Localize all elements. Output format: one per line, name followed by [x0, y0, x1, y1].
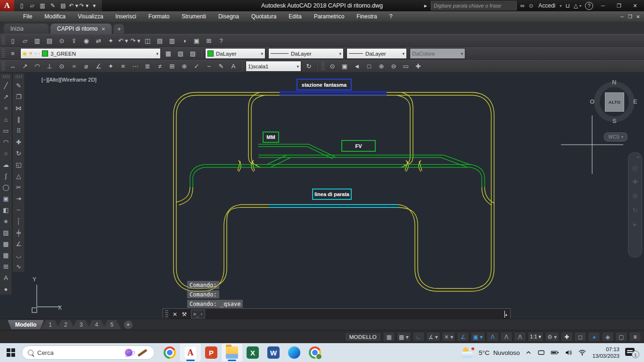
- copy-icon[interactable]: ❐: [13, 91, 25, 102]
- toolbar-grip[interactable]: [1, 62, 5, 71]
- viewcube-south[interactable]: S: [612, 117, 617, 124]
- graphics-performance-icon[interactable]: ◕: [588, 332, 600, 342]
- autocad-icon[interactable]: A: [180, 344, 201, 362]
- layout-tab-1[interactable]: 1: [41, 320, 59, 329]
- extend-icon[interactable]: ⇥: [13, 193, 25, 204]
- help-icon[interactable]: ?: [585, 2, 593, 10]
- point-style-icon[interactable]: ●: [0, 283, 12, 295]
- circle-icon[interactable]: ○: [0, 148, 12, 159]
- menu-visualizza[interactable]: Visualizza: [72, 11, 109, 22]
- dim-ordinate-icon[interactable]: ⊥: [44, 61, 55, 72]
- command-bar-grip[interactable]: [165, 310, 168, 318]
- menu-parametrico[interactable]: Parametrico: [308, 11, 351, 22]
- layers-panel-icon[interactable]: ▤: [154, 35, 165, 46]
- chrome-profile-icon[interactable]: [305, 344, 325, 362]
- trim-icon[interactable]: ✂: [13, 181, 25, 193]
- layout-tab-5[interactable]: 5: [103, 320, 121, 329]
- dim-angular-icon[interactable]: ∠: [93, 61, 104, 72]
- doc-close-icon[interactable]: ✕: [634, 14, 642, 19]
- workspace-settings-icon[interactable]: ⚙ ▾: [545, 332, 559, 342]
- zoom-realtime-icon[interactable]: ⊙: [327, 61, 338, 72]
- redo-icon[interactable]: ↷ ▾: [130, 35, 141, 46]
- etransmit-icon[interactable]: ⇄: [93, 35, 104, 46]
- layer-manager-icon[interactable]: ▨: [187, 48, 198, 59]
- zoom-extents-icon[interactable]: ✚: [413, 61, 424, 72]
- restore-button[interactable]: ❐: [613, 1, 625, 10]
- toolbar-grip[interactable]: [3, 75, 9, 78]
- chrome-icon[interactable]: [159, 344, 180, 362]
- annotation-scale-value[interactable]: 1:1 ▾: [528, 332, 544, 342]
- new-layout-button[interactable]: +: [124, 321, 132, 329]
- app-store-icon[interactable]: ⊔: [565, 2, 570, 9]
- plot-icon[interactable]: ▤: [44, 35, 55, 46]
- powerpoint-icon[interactable]: P: [201, 344, 222, 362]
- render-icon[interactable]: ◑: [179, 35, 190, 46]
- battery-icon[interactable]: [551, 349, 559, 356]
- zoom-object-icon[interactable]: □: [363, 61, 375, 72]
- viewcube-west[interactable]: O: [590, 98, 594, 105]
- command-input[interactable]: [207, 310, 503, 319]
- zoom-in-icon[interactable]: ⊕: [376, 61, 387, 72]
- label-mm[interactable]: MM: [263, 132, 279, 143]
- label-fv[interactable]: FV: [341, 140, 376, 152]
- table-icon[interactable]: ⊞: [0, 261, 12, 272]
- mirror-icon[interactable]: ⋈: [13, 102, 25, 114]
- save-icon[interactable]: ▥: [32, 35, 43, 46]
- menu-strumenti[interactable]: Strumenti: [176, 11, 212, 22]
- dim-edit-icon[interactable]: ✎: [215, 61, 227, 72]
- dim-jogged-icon[interactable]: ≈: [68, 61, 80, 72]
- help-icon[interactable]: ?: [215, 35, 227, 46]
- menu-file[interactable]: File: [17, 11, 38, 22]
- dim-continue-icon[interactable]: ⋯: [130, 61, 141, 72]
- linetype-combo[interactable]: DaLayer ▾: [268, 48, 344, 59]
- infocenter-expand-icon[interactable]: ▸: [424, 2, 427, 9]
- properties-icon[interactable]: ▥: [166, 35, 178, 46]
- layer-previous-icon[interactable]: ▧: [175, 48, 186, 59]
- redo-button[interactable]: ↷ ▾: [79, 1, 89, 10]
- model-space-toggle[interactable]: MODELLO: [345, 332, 381, 342]
- volume-icon[interactable]: [565, 349, 572, 356]
- join-icon[interactable]: ╪: [13, 227, 25, 238]
- label-stazione-fantasma[interactable]: stazione fantasma: [297, 79, 352, 90]
- dimstyle-combo[interactable]: 1)scala1 ▾: [246, 61, 301, 72]
- hatch-icon[interactable]: ▨: [0, 227, 12, 238]
- preview-icon[interactable]: ⊙: [56, 35, 67, 46]
- zoom-nav-icon[interactable]: ⊕: [632, 190, 638, 202]
- rotate-icon[interactable]: ↻: [13, 148, 25, 159]
- label-linea-di-parata[interactable]: linea di parata: [312, 189, 352, 200]
- windows-start-button[interactable]: [7, 348, 15, 357]
- edge-icon[interactable]: [284, 344, 305, 362]
- clock-widget[interactable]: 07:13 13/03/2023: [592, 346, 619, 360]
- color-combo[interactable]: DaLayer ▾: [205, 48, 265, 59]
- undo-icon[interactable]: ↶ ▾: [117, 35, 129, 46]
- command-prompt-icon[interactable]: >_▾: [191, 310, 205, 319]
- publish-icon[interactable]: ⇪: [68, 35, 80, 46]
- array-icon[interactable]: ⠿: [13, 125, 25, 136]
- otrack-icon[interactable]: ∠: [457, 332, 469, 342]
- layout-tab-modello[interactable]: Modello: [8, 320, 44, 329]
- arc-icon[interactable]: ◠: [0, 136, 12, 148]
- tablet-mode-icon[interactable]: [537, 349, 545, 356]
- calculator-icon[interactable]: ⊞: [203, 35, 215, 46]
- signin-button[interactable]: ☺ Accedi ▾: [528, 2, 561, 9]
- application-menu-button[interactable]: A: [0, 0, 14, 11]
- layout-tab-4[interactable]: 4: [87, 320, 106, 329]
- blend-icon[interactable]: ∿: [13, 261, 25, 272]
- break-at-point-icon[interactable]: ┆: [13, 215, 25, 227]
- ellipse-icon[interactable]: ◯: [0, 181, 12, 193]
- tab-close-icon[interactable]: ✕: [101, 26, 105, 32]
- tab-cappi-di-ritorno[interactable]: CAPPI di ritorno✕: [50, 24, 112, 34]
- qnew-icon[interactable]: ▯: [7, 35, 18, 46]
- insert-block-icon[interactable]: ▣: [0, 193, 12, 204]
- wcs-dropdown[interactable]: WCS▾: [604, 132, 627, 141]
- fullscreen-icon[interactable]: ▢: [615, 332, 627, 342]
- layer-properties-manager-icon[interactable]: ≡: [7, 48, 18, 59]
- polyline-icon[interactable]: ≈: [0, 102, 12, 114]
- menu-inserisci[interactable]: Inserisci: [109, 11, 142, 22]
- viewcube-east[interactable]: E: [633, 98, 637, 105]
- doc-restore-icon[interactable]: ❐: [626, 14, 634, 19]
- osnap-icon[interactable]: ▣ ▾: [471, 332, 485, 342]
- lineweight-combo[interactable]: DaLayer ▾: [347, 48, 407, 59]
- command-customize-icon[interactable]: ⚒: [180, 311, 189, 318]
- customize-plus-icon[interactable]: ✚: [561, 332, 573, 342]
